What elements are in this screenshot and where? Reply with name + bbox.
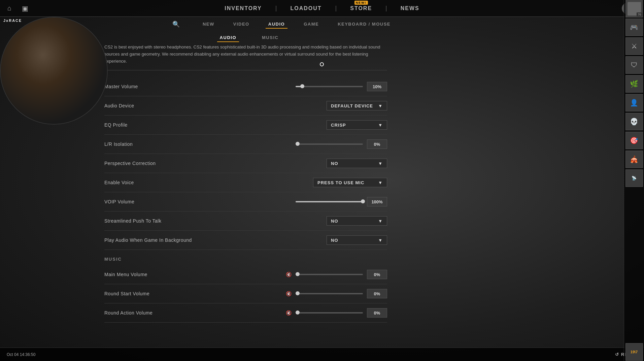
slider-track-voip (296, 201, 363, 202)
nav-item-news[interactable]: NEWS (401, 5, 419, 11)
dropdown-arrow-audio-device: ▼ (378, 103, 383, 108)
slider-thumb-main-menu[interactable] (296, 272, 300, 276)
sidebar-radio-icon: 📡 (632, 176, 637, 180)
dropdown-audio-device[interactable]: DEFAULT DEVICE ▼ (327, 101, 387, 110)
slider-thumb-round-start[interactable] (296, 291, 300, 295)
setting-perspective: Perspective Correction NO ▼ (104, 154, 387, 173)
dropdown-arrow-voice: ▼ (378, 180, 383, 185)
setting-round-action-volume: Round Action Volume 🔇 0% (104, 303, 387, 323)
sidebar-char-6: 💀 (630, 118, 638, 126)
sidebar-item-10[interactable]: 19\7 (625, 343, 643, 361)
sidebar-item-5[interactable]: 👤 (625, 94, 643, 111)
sidebar-char-2: ⚔ (631, 42, 637, 50)
slider-thumb-voip[interactable] (361, 199, 365, 203)
description-text: CS2 is best enjoyed with stereo headphon… (104, 44, 387, 70)
setting-play-audio-bg: Play Audio When Game In Background NO ▼ (104, 231, 387, 250)
setting-round-start-volume: Round Start Volume 🔇 0% (104, 284, 387, 303)
setting-master-volume: Master Volume 10% (104, 77, 387, 96)
slider-track-lr (296, 143, 363, 145)
sidebar-char-8: 🎪 (630, 155, 638, 163)
value-round-start-volume: 0% (367, 289, 387, 298)
value-voip-volume: 100% (367, 197, 387, 206)
setting-main-menu-volume: Main Menu Volume 🔇 0% (104, 265, 387, 284)
setting-voip-volume: VOIP Volume 100% (104, 192, 387, 211)
slider-lr-isolation[interactable] (296, 143, 363, 145)
sidebar-item-7[interactable]: 🎯 (625, 132, 643, 149)
sidebar-avatar-main[interactable]: 76 (625, 0, 643, 18)
sidebar-item-4[interactable]: 🌿 (625, 75, 643, 93)
right-sidebar: 76 🎮 ⚔ 🛡 🌿 👤 💀 🎯 🎪 📡 19\7 (624, 0, 644, 361)
slider-thumb-lr[interactable] (296, 142, 300, 146)
value-lr-isolation: 0% (367, 139, 387, 149)
main-content: CS2 is best enjoyed with stereo headphon… (104, 44, 391, 348)
sub-tabs-bar: AUDIO MUSIC (104, 32, 394, 44)
sidebar-item-1[interactable]: 🎮 (625, 19, 643, 36)
speaker-icon-main: 🔇 (286, 272, 292, 277)
sidebar-item-6[interactable]: 💀 (625, 113, 643, 130)
tab-audio[interactable]: AUDIO (266, 20, 287, 29)
reset-icon: ↺ (615, 352, 619, 357)
dropdown-arrow-ptt: ▼ (378, 219, 383, 224)
label-eq-profile: EQ Profile (104, 122, 128, 128)
search-icon[interactable]: 🔍 (172, 21, 180, 28)
sidebar-char-1: 🎮 (630, 23, 638, 31)
nav-item-store[interactable]: STORE NEW! (350, 5, 372, 11)
setting-lr-isolation: L/R Isolation 0% (104, 135, 387, 154)
sidebar-item-2[interactable]: ⚔ (625, 37, 643, 55)
slider-voip-volume[interactable] (296, 201, 363, 202)
sidebar-player-count: 76 (637, 12, 642, 17)
dropdown-arrow-bg: ▼ (378, 238, 383, 243)
dropdown-streamlined-ptt[interactable]: NO ▼ (327, 216, 387, 226)
inventory-icon[interactable]: ▣ (19, 2, 31, 14)
sidebar-char-4: 🌿 (630, 80, 638, 88)
label-perspective: Perspective Correction (104, 161, 156, 166)
sidebar-item-3[interactable]: 🛡 (625, 56, 643, 74)
dropdown-arrow-eq: ▼ (378, 123, 383, 128)
control-master-volume: 10% (296, 82, 387, 91)
webcam-frame (0, 17, 108, 125)
slider-round-action-volume[interactable] (296, 312, 363, 314)
slider-main-menu-volume[interactable] (296, 274, 363, 275)
nav-item-inventory[interactable]: INVENTORY (225, 5, 262, 11)
dropdown-perspective[interactable]: NO ▼ (327, 159, 387, 168)
speaker-icon-round-action: 🔇 (286, 310, 292, 316)
webcam-label: JxRACE (3, 19, 22, 23)
label-round-action-volume: Round Action Volume (104, 310, 152, 316)
value-main-menu-volume: 0% (367, 270, 387, 279)
sidebar-item-9[interactable]: 📡 (625, 169, 643, 187)
nav-item-loadout[interactable]: LOADOUT (290, 5, 321, 11)
slider-thumb-master[interactable] (300, 84, 304, 88)
slider-thumb-round-action[interactable] (296, 310, 300, 315)
label-play-audio-bg: Play Audio When Game In Background (104, 237, 192, 243)
sidebar-bottom-label: 19\7 (631, 350, 638, 354)
timestamp: Oct 04 14:36:50 (7, 352, 35, 357)
sidebar-item-8[interactable]: 🎪 (625, 151, 643, 168)
tab-new[interactable]: NEW (200, 20, 217, 29)
dropdown-play-audio-bg[interactable]: NO ▼ (327, 235, 387, 245)
control-main-menu-volume: 🔇 0% (286, 270, 387, 279)
dropdown-enable-voice[interactable]: PRESS TO USE MIC ▼ (313, 178, 387, 187)
nav-divider-2: | (335, 5, 337, 12)
settings-tabs-bar: 🔍 NEW VIDEO AUDIO GAME KEYBOARD / MOUSE (104, 17, 461, 32)
label-enable-voice: Enable Voice (104, 180, 134, 185)
speaker-icon-round-start: 🔇 (286, 291, 292, 296)
nav-divider-1: | (275, 5, 277, 12)
slider-fill-voip (296, 201, 363, 202)
dropdown-eq-profile[interactable]: CRISP ▼ (327, 120, 387, 130)
tab-keyboard[interactable]: KEYBOARD / MOUSE (335, 20, 393, 29)
setting-streamlined-ptt: Streamlined Push To Talk NO ▼ (104, 211, 387, 231)
label-main-menu-volume: Main Menu Volume (104, 272, 147, 277)
tab-game[interactable]: GAME (301, 20, 321, 29)
subtab-audio[interactable]: AUDIO (217, 34, 239, 42)
home-icon[interactable]: ⌂ (3, 2, 15, 14)
slider-track-round-action (296, 312, 363, 314)
slider-master-volume[interactable] (296, 86, 363, 87)
sidebar-char-7: 🎯 (630, 136, 638, 144)
slider-track-main-menu (296, 274, 363, 275)
control-lr-isolation: 0% (296, 139, 387, 149)
slider-round-start-volume[interactable] (296, 293, 363, 294)
value-master-volume: 10% (367, 82, 387, 91)
tab-video[interactable]: VIDEO (231, 20, 252, 29)
subtab-music[interactable]: MUSIC (259, 34, 281, 42)
store-new-badge: NEW! (354, 1, 368, 5)
